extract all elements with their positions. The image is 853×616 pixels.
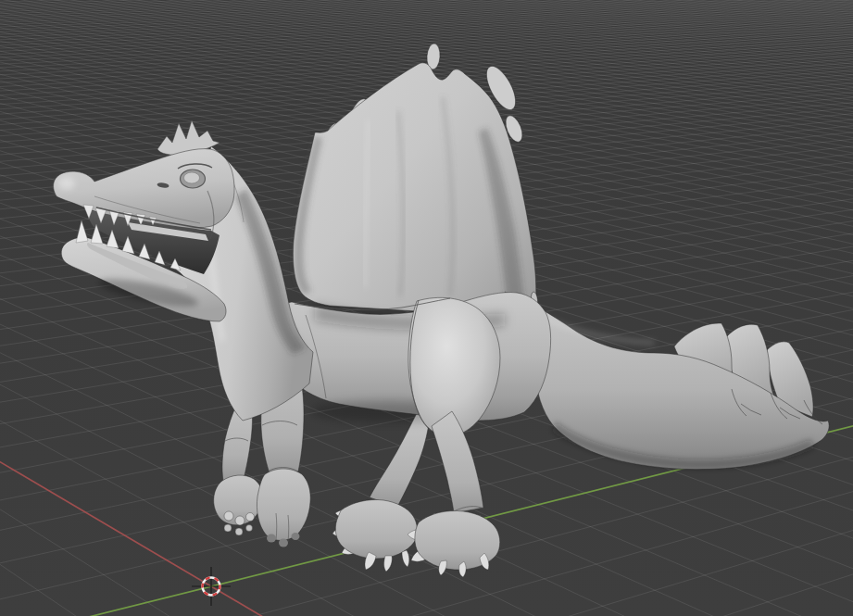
far-hind-leg xyxy=(332,413,430,572)
nose-highlight xyxy=(58,177,75,190)
far-shank xyxy=(370,413,430,507)
far-finger-tip xyxy=(246,525,253,532)
finger-tip xyxy=(267,534,276,543)
far-toe-claw xyxy=(402,550,409,567)
far-toe-claw xyxy=(384,556,393,572)
eye-lid xyxy=(184,172,200,183)
far-hand-knuckle xyxy=(224,511,233,521)
near-hand xyxy=(257,469,310,540)
far-hand-knuckle xyxy=(235,516,245,525)
far-finger-tip xyxy=(235,528,243,535)
finger-tip xyxy=(292,533,300,540)
finger-tip xyxy=(279,539,288,547)
near-toe-claw xyxy=(439,560,447,575)
viewport-canvas[interactable] xyxy=(0,0,853,616)
far-hand-knuckle xyxy=(246,513,255,522)
head xyxy=(54,120,234,321)
3d-viewport[interactable] xyxy=(0,0,853,616)
3d-cursor xyxy=(192,567,231,606)
far-foot xyxy=(335,499,417,559)
dinosaur-model[interactable] xyxy=(54,44,830,577)
tooth xyxy=(76,220,88,243)
far-finger-tip xyxy=(224,524,232,532)
